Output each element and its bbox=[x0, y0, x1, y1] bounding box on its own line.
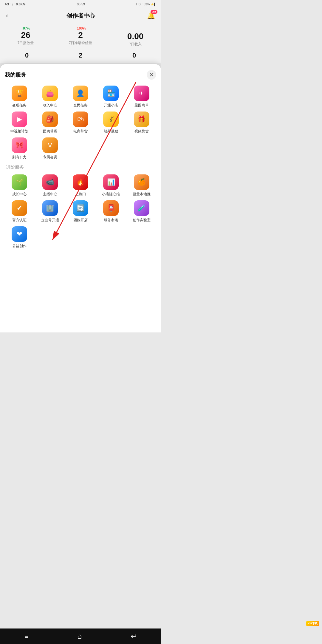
service-item-10[interactable]: 🎀剧有引力 bbox=[5, 137, 34, 160]
stat-plays-change: ↓97% bbox=[18, 26, 34, 30]
stat-followers-change: ↑100% bbox=[69, 26, 92, 30]
advanced-service-icon-10: ❤ bbox=[12, 226, 27, 242]
status-left: 4G ↑↓↑ 8.3K/s bbox=[5, 2, 26, 6]
service-icon-9: 🎁 bbox=[134, 112, 149, 127]
service-icon-1: 👛 bbox=[42, 86, 58, 101]
stats-bar2: 0 2 0 bbox=[0, 50, 161, 63]
service-item-6[interactable]: 🎒团购带货 bbox=[35, 112, 64, 134]
service-modal: 我的服务 ✕ 🏆变现任务👛收入中心👤全民任务🏪开通小店✈星图商单▶中视频计划🎒团… bbox=[0, 64, 161, 332]
service-label-11: 专属会员 bbox=[43, 155, 57, 160]
advanced-service-icon-5: ✔ bbox=[12, 200, 27, 216]
service-icon-11: V bbox=[42, 137, 58, 153]
modal-title: 我的服务 bbox=[5, 71, 26, 78]
status-right: HD ↑ 33% ⚡▌ bbox=[136, 3, 156, 6]
advanced-service-label-6: 企业号开通 bbox=[41, 218, 59, 223]
service-label-5: 中视频计划 bbox=[10, 129, 28, 134]
service-label-6: 团购带货 bbox=[43, 129, 57, 134]
service-label-10: 剧有引力 bbox=[12, 155, 27, 160]
advanced-service-label-5: 官方认证 bbox=[12, 218, 27, 223]
service-icon-3: 🏪 bbox=[103, 86, 119, 101]
service-item-2[interactable]: 👤全民任务 bbox=[66, 86, 95, 108]
service-label-4: 星图商单 bbox=[134, 103, 149, 108]
stats-bar: ↓97% 26 7日播放量 ↑100% 2 7日净增粉丝量 0.00 7日收入 bbox=[0, 23, 161, 50]
advanced-service-icon-8: 📮 bbox=[103, 200, 119, 216]
service-icon-6: 🎒 bbox=[42, 112, 58, 127]
stat2-1: 2 bbox=[79, 52, 82, 59]
advanced-services-grid: 🌱成长中心📹主播中心🔥上热门📊小店随心推🍊巨量本地推✔官方认证🏢企业号开通🔄团购… bbox=[5, 174, 156, 249]
stat2-0: 0 bbox=[25, 52, 29, 59]
advanced-service-label-4: 巨量本地推 bbox=[133, 192, 151, 197]
advanced-service-icon-6: 🏢 bbox=[42, 200, 58, 216]
service-icon-7: 🛍 bbox=[73, 112, 88, 127]
advanced-service-item-8[interactable]: 📮服务市场 bbox=[96, 200, 126, 223]
service-item-9[interactable]: 🎁视频赞赏 bbox=[127, 112, 156, 134]
stat2-2: 0 bbox=[132, 52, 136, 59]
advanced-service-label-0: 成长中心 bbox=[12, 192, 27, 197]
advanced-service-item-9[interactable]: 🧪创作实验室 bbox=[127, 200, 156, 223]
service-label-8: 站外激励 bbox=[104, 129, 118, 134]
stat-followers-label: 7日净增粉丝量 bbox=[69, 41, 92, 46]
notification-button[interactable]: 🔔 99+ bbox=[147, 12, 155, 20]
notification-badge: 99+ bbox=[151, 10, 157, 14]
advanced-service-item-4[interactable]: 🍊巨量本地推 bbox=[127, 174, 156, 197]
advanced-service-item-6[interactable]: 🏢企业号开通 bbox=[35, 200, 64, 223]
service-item-7[interactable]: 🛍电商带货 bbox=[66, 112, 95, 134]
advanced-service-label-7: 团购开店 bbox=[73, 218, 88, 223]
close-button[interactable]: ✕ bbox=[147, 70, 156, 80]
service-item-11[interactable]: V专属会员 bbox=[35, 137, 64, 160]
advanced-service-item-10[interactable]: ❤公益创作 bbox=[5, 226, 34, 249]
service-item-5[interactable]: ▶中视频计划 bbox=[5, 112, 34, 134]
modal-header: 我的服务 ✕ bbox=[5, 70, 156, 80]
header: ‹ 创作者中心 🔔 99+ bbox=[0, 8, 161, 23]
advanced-service-label-8: 服务市场 bbox=[104, 218, 118, 223]
advanced-service-item-0[interactable]: 🌱成长中心 bbox=[5, 174, 34, 197]
service-label-9: 视频赞赏 bbox=[134, 129, 149, 134]
advanced-service-item-5[interactable]: ✔官方认证 bbox=[5, 200, 34, 223]
stat-followers-num: 2 bbox=[69, 30, 92, 40]
status-bar: 4G ↑↓↑ 8.3K/s 06:59 HD ↑ 33% ⚡▌ bbox=[0, 0, 161, 8]
stat-plays: ↓97% 26 7日播放量 bbox=[18, 26, 34, 47]
service-icon-2: 👤 bbox=[73, 86, 88, 101]
advanced-service-icon-2: 🔥 bbox=[73, 174, 88, 190]
service-icon-8: 💰 bbox=[103, 112, 119, 127]
advanced-service-item-7[interactable]: 🔄团购开店 bbox=[66, 200, 95, 223]
advanced-service-icon-3: 📊 bbox=[103, 174, 119, 190]
advanced-service-icon-0: 🌱 bbox=[12, 174, 27, 190]
service-label-7: 电商带货 bbox=[73, 129, 88, 134]
service-item-4[interactable]: ✈星图商单 bbox=[127, 86, 156, 108]
advanced-service-icon-7: 🔄 bbox=[73, 200, 88, 216]
advanced-service-label-1: 主播中心 bbox=[43, 192, 57, 197]
advanced-service-label-9: 创作实验室 bbox=[133, 218, 151, 223]
advanced-service-item-2[interactable]: 🔥上热门 bbox=[66, 174, 95, 197]
service-item-0[interactable]: 🏆变现任务 bbox=[5, 86, 34, 108]
advanced-service-item-3[interactable]: 📊小店随心推 bbox=[96, 174, 126, 197]
main-services-grid: 🏆变现任务👛收入中心👤全民任务🏪开通小店✈星图商单▶中视频计划🎒团购带货🛍电商带… bbox=[5, 86, 156, 160]
stat-plays-num: 26 bbox=[18, 30, 34, 40]
service-label-2: 全民任务 bbox=[73, 103, 88, 108]
advanced-service-icon-1: 📹 bbox=[42, 174, 58, 190]
advanced-section-title: 进阶服务 bbox=[6, 165, 156, 170]
service-icon-4: ✈ bbox=[134, 86, 149, 101]
service-item-3[interactable]: 🏪开通小店 bbox=[96, 86, 126, 108]
advanced-service-label-10: 公益创作 bbox=[12, 244, 27, 249]
service-icon-5: ▶ bbox=[12, 112, 27, 127]
advanced-service-icon-4: 🍊 bbox=[134, 174, 149, 190]
service-label-1: 收入中心 bbox=[43, 103, 57, 108]
advanced-service-label-3: 小店随心推 bbox=[102, 192, 120, 197]
advanced-service-label-2: 上热门 bbox=[75, 192, 86, 197]
stat-income-num: 0.00 bbox=[127, 32, 144, 41]
service-label-0: 变现任务 bbox=[12, 103, 27, 108]
stat-plays-label: 7日播放量 bbox=[18, 41, 34, 46]
advanced-service-icon-9: 🧪 bbox=[134, 200, 149, 216]
service-item-1[interactable]: 👛收入中心 bbox=[35, 86, 64, 108]
service-icon-0: 🏆 bbox=[12, 86, 27, 101]
advanced-service-item-1[interactable]: 📹主播中心 bbox=[35, 174, 64, 197]
service-item-8[interactable]: 💰站外激励 bbox=[96, 112, 126, 134]
service-label-3: 开通小店 bbox=[104, 103, 118, 108]
page-title: 创作者中心 bbox=[66, 12, 95, 20]
back-button[interactable]: ‹ bbox=[6, 12, 8, 20]
service-icon-10: 🎀 bbox=[12, 137, 27, 153]
status-time: 06:59 bbox=[77, 2, 85, 6]
stat-income: 0.00 7日收入 bbox=[127, 26, 144, 47]
stat-income-label: 7日收入 bbox=[127, 42, 144, 47]
